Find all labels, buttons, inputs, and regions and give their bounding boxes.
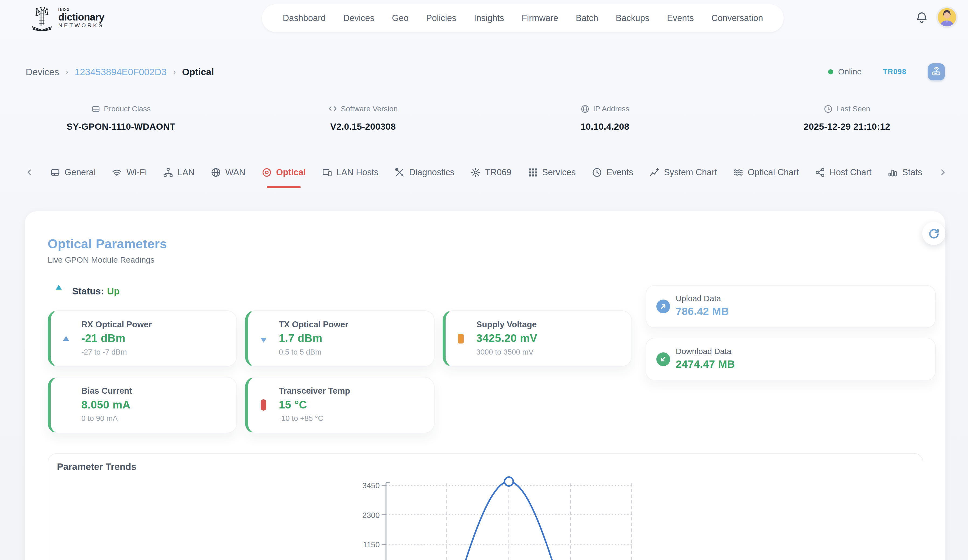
info-label: Software Version	[341, 104, 398, 113]
status-triangle-icon	[56, 285, 62, 290]
device-tab-bar: General Wi-Fi LAN WAN Optical LAN Hosts …	[25, 167, 947, 177]
nav-events[interactable]: Events	[667, 13, 694, 23]
tab-label: LAN	[177, 167, 195, 177]
tab-label: Stats	[902, 167, 922, 177]
metric-label: Transceiver Temp	[279, 386, 426, 396]
metric-range: 3000 to 3500 mV	[476, 348, 624, 356]
tab-lan[interactable]: LAN	[163, 167, 195, 177]
hard-drive-icon	[91, 104, 100, 114]
tab-label: Wi-Fi	[126, 167, 147, 177]
tab-events[interactable]: Events	[592, 167, 633, 177]
triangle-up-icon	[63, 336, 69, 341]
breadcrumb-separator: ›	[66, 67, 68, 77]
tab-diagnostics[interactable]: Diagnostics	[394, 167, 454, 177]
metric-range: 0.5 to 5 dBm	[279, 348, 426, 356]
nav-backups[interactable]: Backups	[616, 13, 650, 23]
tabs-scroll-left-button[interactable]	[25, 168, 34, 177]
router-icon	[932, 67, 941, 76]
data-card-label: Download Data	[676, 347, 732, 356]
tab-services[interactable]: Services	[528, 167, 576, 177]
nav-devices[interactable]: Devices	[343, 13, 375, 23]
status-row: Status:Up	[72, 286, 119, 297]
nav-insights[interactable]: Insights	[474, 13, 504, 23]
device-info-row: Product Class SY-GPON-1110-WDAONT Softwa…	[0, 104, 968, 132]
peak-marker	[505, 477, 514, 486]
globe-icon	[211, 167, 221, 177]
chevron-left-icon	[25, 168, 34, 177]
info-value: V2.0.15-200308	[242, 121, 484, 132]
grid-icon	[528, 167, 538, 177]
clock-icon	[592, 167, 602, 177]
tab-system-chart[interactable]: System Chart	[650, 167, 717, 177]
bell-icon	[915, 11, 928, 26]
tab-label: Optical	[276, 167, 306, 177]
nav-batch[interactable]: Batch	[576, 13, 598, 23]
nav-dashboard[interactable]: Dashboard	[283, 13, 326, 23]
tab-label: Optical Chart	[748, 167, 799, 177]
target-icon	[262, 167, 272, 177]
info-value: SY-GPON-1110-WDAONT	[0, 121, 242, 132]
info-value: 2025-12-29 21:10:12	[726, 121, 968, 132]
tab-stats[interactable]: Stats	[888, 167, 922, 177]
info-value: 10.10.4.208	[484, 121, 726, 132]
metric-label: Supply Voltage	[476, 320, 624, 330]
hard-drive-icon	[50, 167, 60, 177]
metric-value: 1.7 dBm	[279, 332, 426, 345]
device-type-button[interactable]	[928, 63, 945, 80]
clock-icon	[824, 104, 833, 114]
wifi-icon	[112, 167, 122, 177]
tab-general[interactable]: General	[50, 167, 96, 177]
nav-conversation[interactable]: Conversation	[711, 13, 763, 23]
tab-optical-chart[interactable]: Optical Chart	[733, 167, 799, 177]
tab-lan-hosts[interactable]: LAN Hosts	[322, 167, 378, 177]
tab-tr069[interactable]: TR069	[471, 167, 511, 177]
info-label: IP Address	[593, 104, 629, 113]
logo-text: INDO dictionary NETWORKS	[58, 8, 104, 28]
gear-icon	[471, 167, 481, 177]
logo[interactable]: INDO dictionary NETWORKS	[31, 5, 104, 31]
info-last-seen: Last Seen 2025-12-29 21:10:12	[726, 104, 968, 132]
breadcrumb-current: Optical	[182, 66, 214, 77]
data-card-label: Upload Data	[676, 294, 721, 303]
download-data-card: Download Data 2474.47 MB	[646, 338, 936, 380]
metric-transceiver-temp: Transceiver Temp 15 °C -10 to +85 °C	[245, 377, 434, 433]
metric-supply-voltage: Supply Voltage 3425.20 mV 3000 to 3500 m…	[443, 310, 632, 367]
nav-geo[interactable]: Geo	[392, 13, 409, 23]
breadcrumb-devices[interactable]: Devices	[26, 66, 59, 77]
optical-parameters-panel: Optical Parameters Live GPON Module Read…	[25, 211, 945, 560]
upload-data-card: Upload Data 786.42 MB	[646, 285, 936, 328]
tab-wan[interactable]: WAN	[211, 167, 245, 177]
tools-icon	[394, 167, 404, 177]
info-label: Last Seen	[836, 104, 870, 113]
metric-range: 0 to 90 mA	[81, 414, 229, 423]
metric-value: -21 dBm	[81, 332, 229, 345]
tab-wifi[interactable]: Wi-Fi	[112, 167, 147, 177]
tabs-scroll-right-button[interactable]	[938, 168, 947, 177]
notifications-button[interactable]	[915, 11, 928, 28]
metric-range: -10 to +85 °C	[279, 414, 426, 423]
info-software-version: Software Version V2.0.15-200308	[242, 104, 484, 132]
nav-policies[interactable]: Policies	[426, 13, 456, 23]
metric-label: TX Optical Power	[279, 320, 426, 330]
info-label: Product Class	[104, 104, 151, 113]
info-product-class: Product Class SY-GPON-1110-WDAONT	[0, 104, 242, 132]
tab-label: Host Chart	[830, 167, 872, 177]
nav-firmware[interactable]: Firmware	[522, 13, 558, 23]
metrics-grid: RX Optical Power -21 dBm -27 to -7 dBm T…	[48, 310, 632, 433]
logo-sub: NETWORKS	[58, 23, 104, 28]
user-avatar[interactable]	[938, 8, 956, 26]
metric-rx-optical-power: RX Optical Power -21 dBm -27 to -7 dBm	[48, 310, 237, 367]
breadcrumb-device-id[interactable]: 123453894E0F002D3	[75, 66, 167, 77]
share-icon	[815, 167, 825, 177]
metric-tx-optical-power: TX Optical Power 1.7 dBm 0.5 to 5 dBm	[245, 310, 434, 367]
tab-optical-active[interactable]: Optical	[262, 167, 306, 177]
panel-title: Optical Parameters	[48, 237, 167, 251]
refresh-button[interactable]	[922, 222, 945, 245]
breadcrumb: Devices › 123453894E0F002D3 › Optical	[26, 66, 214, 77]
logo-tree-book-icon	[31, 5, 55, 31]
tab-label: General	[65, 167, 96, 177]
devices-icon	[322, 167, 332, 177]
tab-host-chart[interactable]: Host Chart	[815, 167, 872, 177]
y-tick-3450: 3450	[362, 481, 380, 490]
info-ip-address: IP Address 10.10.4.208	[484, 104, 726, 132]
